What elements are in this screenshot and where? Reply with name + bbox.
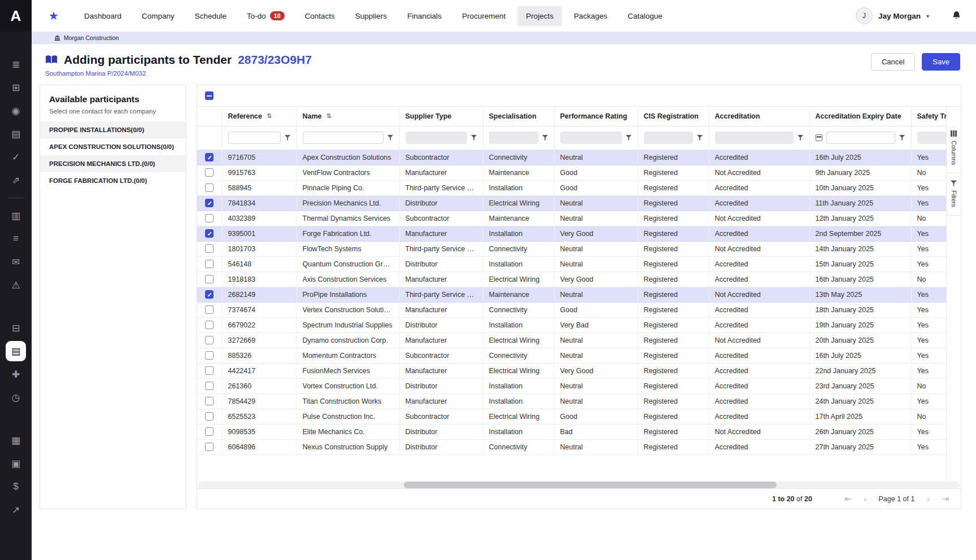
table-row[interactable]: 4032389 Thermal Dynamics Services Subcon… <box>197 211 946 226</box>
column-filter-input[interactable] <box>715 132 794 144</box>
columns-rail-tab[interactable]: Columns <box>947 124 961 173</box>
filter-funnel-icon[interactable] <box>626 135 632 141</box>
row-checkbox[interactable] <box>205 229 213 238</box>
table-row[interactable]: 2682149 ProPipe Installations Third-part… <box>197 287 946 302</box>
column-filter-input[interactable] <box>917 132 947 144</box>
billing-dollar-icon[interactable]: $ <box>6 476 26 497</box>
nav-item-packages[interactable]: Packages <box>565 6 616 26</box>
row-checkbox[interactable] <box>205 153 213 161</box>
row-checkbox[interactable] <box>205 336 213 344</box>
participant-company-item[interactable]: PRECISION MECHANICS LTD.(0/0) <box>40 155 186 172</box>
row-checkbox[interactable] <box>205 427 213 436</box>
nav-item-catalogue[interactable]: Catalogue <box>619 6 671 26</box>
cart-icon[interactable]: ⊟ <box>6 318 26 338</box>
table-row[interactable]: 9915763 VentFlow Contractors Manufacture… <box>197 165 946 180</box>
participant-company-item[interactable]: PROPIPE INSTALLATIONS(0/0) <box>40 121 186 138</box>
project-link[interactable]: Southampton Marina P/2024/M032 <box>45 70 312 77</box>
column-header[interactable]: CIS Registration <box>638 107 709 126</box>
documents-active-icon[interactable]: ▤ <box>6 341 26 361</box>
filter-funnel-icon[interactable] <box>387 135 394 141</box>
document-export-icon[interactable]: ⇗ <box>6 170 26 190</box>
filters-rail-tab[interactable]: Filters <box>947 173 961 216</box>
sort-icon[interactable]: ⇅ <box>267 112 272 120</box>
save-button[interactable]: Save <box>922 53 960 71</box>
filter-funnel-icon[interactable] <box>285 135 291 141</box>
nav-item-financials[interactable]: Financials <box>399 6 450 26</box>
table-row[interactable]: 9716705 Apex Construction Solutions Subc… <box>197 150 946 165</box>
select-all-checkbox-indeterminate[interactable] <box>205 91 213 100</box>
nav-item-procurement[interactable]: Procurement <box>454 6 514 26</box>
notifications-bell-icon[interactable] <box>952 11 961 21</box>
document-icon[interactable]: ▤ <box>6 124 26 144</box>
table-row[interactable]: 3272669 Dynamo construction Corp. Manufa… <box>197 333 946 348</box>
table-row[interactable]: 1801703 FlowTech Systems Third-party Ser… <box>197 241 946 256</box>
sort-icon[interactable]: ⇅ <box>326 112 332 120</box>
chevron-down-icon[interactable]: ▾ <box>926 13 929 19</box>
avatar[interactable]: J <box>856 7 873 24</box>
row-checkbox[interactable] <box>205 443 213 451</box>
nav-item-projects[interactable]: Projects <box>517 6 562 26</box>
people-icon[interactable]: ◉ <box>6 100 26 121</box>
table-row[interactable]: 546148 Quantum Construction Group Distri… <box>197 256 946 272</box>
workflow-icon[interactable]: ⊞ <box>6 77 26 98</box>
tender-number-link[interactable]: 2873/23O9H7 <box>238 53 312 67</box>
row-checkbox[interactable] <box>205 275 213 283</box>
last-page-icon[interactable]: ⇥ <box>938 494 953 504</box>
participant-company-item[interactable]: FORGE FABRICATION LTD.(0/0) <box>40 172 186 189</box>
table-row[interactable]: 6679022 Spectrum Industrial Supplies Dis… <box>197 317 946 333</box>
filter-funnel-icon[interactable] <box>899 135 905 141</box>
column-header[interactable]: Specialisation <box>483 107 554 126</box>
history-clock-icon[interactable]: ◷ <box>6 387 26 408</box>
table-row[interactable]: 1918183 Axis Construction Services Manuf… <box>197 272 946 287</box>
row-checkbox[interactable] <box>205 366 213 375</box>
row-checkbox[interactable] <box>205 199 213 207</box>
row-checkbox[interactable] <box>205 260 213 268</box>
nav-item-todo[interactable]: To-do 10 <box>238 6 293 26</box>
row-checkbox[interactable] <box>205 244 213 253</box>
table-row[interactable]: 4422417 FusionMech Services Manufacturer… <box>197 363 946 378</box>
next-page-icon[interactable]: › <box>922 494 933 504</box>
row-checkbox[interactable] <box>205 412 213 421</box>
row-checkbox[interactable] <box>205 305 213 314</box>
alerts-icon[interactable]: ⚠ <box>6 275 26 295</box>
row-checkbox[interactable] <box>205 290 213 299</box>
horizontal-scrollbar-thumb[interactable] <box>404 482 777 488</box>
table-icon[interactable]: ▣ <box>6 453 26 474</box>
participant-company-item[interactable]: APEX CONSTRUCTION SOLUTIONS(0/0) <box>40 138 186 155</box>
filter-funnel-icon[interactable] <box>542 135 548 141</box>
table-row[interactable]: 6064896 Nexus Construction Supply Distri… <box>197 439 946 454</box>
app-logo[interactable]: A <box>0 0 32 32</box>
first-page-icon[interactable]: ⇤ <box>840 494 856 504</box>
table-row[interactable]: 588945 Pinnacle Piping Co. Third-party S… <box>197 180 946 195</box>
table-row[interactable]: 9395001 Forge Fabrication Ltd. Manufactu… <box>197 226 946 241</box>
nav-item-suppliers[interactable]: Suppliers <box>347 6 395 26</box>
column-header[interactable]: Accreditation Expiry Date <box>809 107 911 126</box>
list-icon[interactable]: ≣ <box>6 54 26 75</box>
column-filter-input[interactable] <box>406 132 467 144</box>
messages-icon[interactable]: ✉ <box>6 252 26 272</box>
column-filter-input[interactable] <box>826 132 895 144</box>
breadcrumb[interactable]: Morgan Construction <box>32 32 976 44</box>
row-checkbox[interactable] <box>205 214 213 222</box>
row-checkbox[interactable] <box>205 183 213 192</box>
table-row[interactable]: 6525523 Pulse Construction Inc. Subcontr… <box>197 409 946 424</box>
file-icon[interactable]: ▥ <box>6 205 26 226</box>
list-lines-icon[interactable]: ≡ <box>6 229 26 249</box>
table-row[interactable]: 885326 Momentum Contractors Subcontracto… <box>197 348 946 363</box>
nav-item-schedule[interactable]: Schedule <box>186 6 235 26</box>
table-row[interactable]: 9098535 Elite Mechanics Co. Distributor … <box>197 424 946 439</box>
column-filter-input[interactable] <box>228 132 281 144</box>
column-header[interactable]: Accreditation <box>709 107 809 126</box>
column-header[interactable]: Safety Training <box>911 107 946 126</box>
dashboard-grid-icon[interactable]: ▦ <box>6 430 26 450</box>
column-filter-input[interactable] <box>303 132 384 144</box>
row-checkbox[interactable] <box>205 382 213 390</box>
row-checkbox[interactable] <box>205 168 213 177</box>
tasks-check-icon[interactable]: ✓ <box>6 147 26 167</box>
nav-item-dashboard[interactable]: Dashboard <box>76 6 130 26</box>
table-row[interactable]: 7854429 Titan Construction Works Manufac… <box>197 393 946 409</box>
filter-funnel-icon[interactable] <box>697 135 703 141</box>
favorites-star-icon[interactable]: ★ <box>49 9 59 23</box>
filter-funnel-icon[interactable] <box>798 135 804 141</box>
column-header[interactable]: Reference ⇅ <box>222 107 297 126</box>
